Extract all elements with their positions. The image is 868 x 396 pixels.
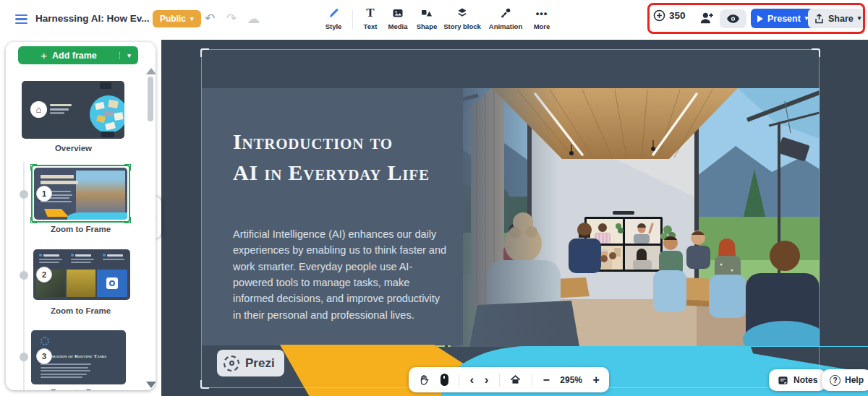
editor-canvas[interactable]: Introduction to AI in Everyday Life Arti… bbox=[161, 40, 868, 396]
bracket-corner bbox=[812, 48, 820, 57]
tool-style[interactable]: Style bbox=[314, 6, 353, 31]
bracket-corner bbox=[200, 380, 209, 389]
scroll-down-arrow[interactable] bbox=[146, 382, 156, 388]
present-button[interactable]: Present ▾ bbox=[751, 9, 814, 28]
thumbnail-title: Automation of Routine Tasks bbox=[41, 353, 122, 359]
timeline-dot bbox=[20, 353, 28, 361]
hand-icon bbox=[418, 374, 430, 386]
story-block-icon bbox=[443, 6, 482, 20]
more-dots-icon: ••• bbox=[522, 6, 561, 20]
thumbnail-label: Zoom to Frame bbox=[31, 225, 130, 233]
previous-frame-button[interactable]: ‹ bbox=[470, 374, 475, 386]
zoom-in-button[interactable]: + bbox=[593, 374, 600, 387]
credits-button[interactable]: 350 bbox=[653, 9, 686, 22]
sidebar-scrollbar[interactable] bbox=[148, 77, 153, 121]
zoom-level: 295% bbox=[560, 375, 582, 385]
next-frame-button[interactable]: › bbox=[485, 374, 489, 386]
redo-icon: ↷ bbox=[226, 12, 237, 25]
home-icon bbox=[510, 374, 521, 385]
visibility-label: Public bbox=[160, 14, 186, 24]
thumbnail-label: Zoom to Frame bbox=[31, 306, 130, 315]
share-button[interactable]: Share ▾ bbox=[808, 9, 867, 28]
animation-icon bbox=[486, 6, 525, 20]
cloud-sync-icon: ☁ bbox=[247, 11, 260, 27]
toolbar-separator bbox=[459, 374, 459, 387]
tool-more[interactable]: ••• More bbox=[522, 6, 561, 31]
circle-plus-icon bbox=[653, 9, 665, 22]
caret-down-icon: ▾ bbox=[190, 16, 194, 22]
thumbnail-label: Overview bbox=[24, 144, 123, 152]
question-icon: ? bbox=[830, 375, 841, 386]
redo-button[interactable]: ↷ bbox=[226, 11, 237, 26]
toolbar-separator bbox=[532, 374, 532, 387]
bracket-corner bbox=[200, 48, 209, 57]
undo-button[interactable]: ↶ bbox=[205, 11, 215, 26]
overview-circle-collage bbox=[90, 95, 124, 133]
document-title[interactable]: Harnessing AI: How Ev... bbox=[35, 13, 150, 24]
tool-story-block[interactable]: Story block bbox=[443, 6, 482, 31]
add-frame-button[interactable]: + Add frame ▾ bbox=[18, 46, 138, 64]
thumbnail-label: Zoom to Frame bbox=[31, 388, 130, 390]
help-button[interactable]: ? Help bbox=[822, 369, 868, 391]
caret-down-icon: ▾ bbox=[858, 15, 861, 22]
timeline-dot bbox=[20, 190, 28, 199]
tool-shape[interactable]: Shape bbox=[407, 6, 446, 31]
person-add-icon bbox=[699, 10, 715, 26]
frames-sidebar: + Add frame ▾ ⌂ Overview bbox=[6, 42, 156, 390]
home-button[interactable] bbox=[510, 374, 521, 385]
credits-count: 350 bbox=[669, 10, 686, 21]
share-label: Share bbox=[828, 14, 854, 24]
share-icon bbox=[814, 14, 824, 24]
visibility-button[interactable]: Public ▾ bbox=[153, 10, 201, 27]
undo-icon: ↶ bbox=[205, 12, 215, 25]
scroll-up-arrow[interactable] bbox=[146, 68, 156, 74]
notes-icon bbox=[778, 375, 788, 386]
help-label: Help bbox=[845, 375, 864, 385]
zoom-out-button[interactable]: − bbox=[542, 374, 549, 387]
pointer-mode-button[interactable] bbox=[441, 374, 448, 386]
add-frame-dropdown[interactable]: ▾ bbox=[119, 52, 138, 59]
eye-icon bbox=[726, 14, 740, 24]
navigation-toolbar: ‹ › − 295% + bbox=[409, 367, 609, 392]
style-pen-icon bbox=[314, 6, 353, 20]
preview-button[interactable] bbox=[720, 9, 746, 28]
add-frame-label: Add frame bbox=[52, 51, 97, 61]
frame-bracket[interactable] bbox=[201, 49, 820, 388]
notes-label: Notes bbox=[793, 375, 817, 385]
tool-animation[interactable]: Animation bbox=[486, 6, 525, 31]
invite-collaborators-button[interactable] bbox=[699, 10, 715, 28]
frame-number-badge: 2 bbox=[36, 267, 52, 283]
top-toolbar: Harnessing AI: How Ev... Public ▾ ↶ ↷ ☁ … bbox=[0, 0, 868, 40]
notes-button[interactable]: Notes bbox=[769, 369, 826, 391]
plus-icon: + bbox=[41, 49, 47, 61]
play-icon bbox=[757, 15, 763, 22]
pan-hand-button[interactable] bbox=[418, 374, 430, 386]
mouse-icon bbox=[441, 374, 448, 386]
house-icon: ⌂ bbox=[30, 101, 47, 118]
frame-number-badge: 1 bbox=[36, 186, 52, 202]
present-label: Present bbox=[767, 14, 801, 24]
timeline-dot bbox=[20, 271, 28, 280]
frame-number-badge: 3 bbox=[36, 348, 52, 364]
toolbar-separator bbox=[499, 374, 500, 387]
shape-icon bbox=[407, 6, 446, 20]
thumbnail-overview[interactable]: ⌂ bbox=[22, 81, 124, 139]
menu-icon[interactable] bbox=[15, 14, 27, 26]
